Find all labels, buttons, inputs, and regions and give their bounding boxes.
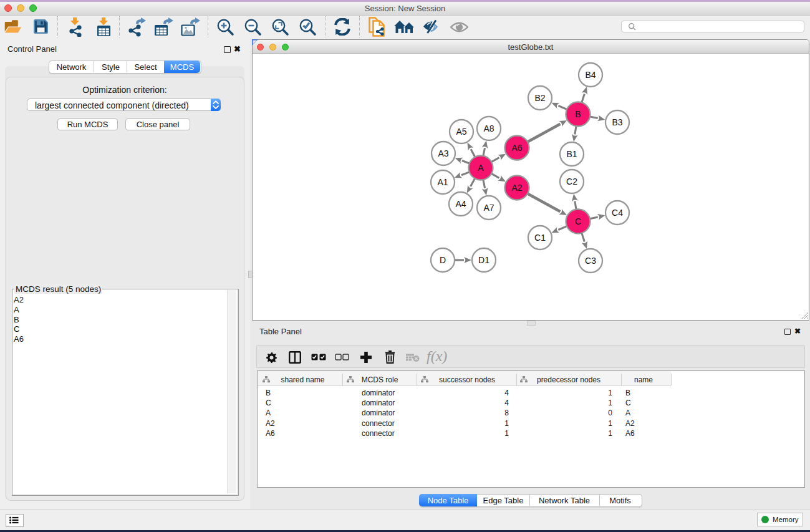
svg-text:A4: A4 bbox=[455, 199, 466, 209]
svg-text:B2: B2 bbox=[534, 93, 545, 103]
svg-text:C3: C3 bbox=[585, 256, 596, 266]
svg-text:A7: A7 bbox=[483, 203, 494, 213]
svg-text:A6: A6 bbox=[511, 143, 522, 153]
svg-text:A2: A2 bbox=[511, 183, 522, 193]
svg-text:C: C bbox=[575, 216, 581, 226]
svg-text:C4: C4 bbox=[612, 208, 623, 218]
svg-text:B3: B3 bbox=[612, 117, 622, 127]
svg-text:B1: B1 bbox=[566, 149, 577, 159]
svg-text:A5: A5 bbox=[456, 127, 466, 137]
svg-text:C2: C2 bbox=[566, 177, 577, 186]
svg-text:A1: A1 bbox=[437, 177, 448, 187]
svg-text:B: B bbox=[575, 109, 581, 119]
svg-text:D1: D1 bbox=[478, 255, 489, 265]
svg-text:C1: C1 bbox=[534, 233, 546, 243]
svg-text:A: A bbox=[478, 163, 484, 173]
svg-text:D: D bbox=[440, 255, 446, 265]
svg-text:B4: B4 bbox=[585, 70, 595, 80]
svg-text:A8: A8 bbox=[483, 123, 494, 133]
svg-text:A3: A3 bbox=[438, 148, 448, 158]
